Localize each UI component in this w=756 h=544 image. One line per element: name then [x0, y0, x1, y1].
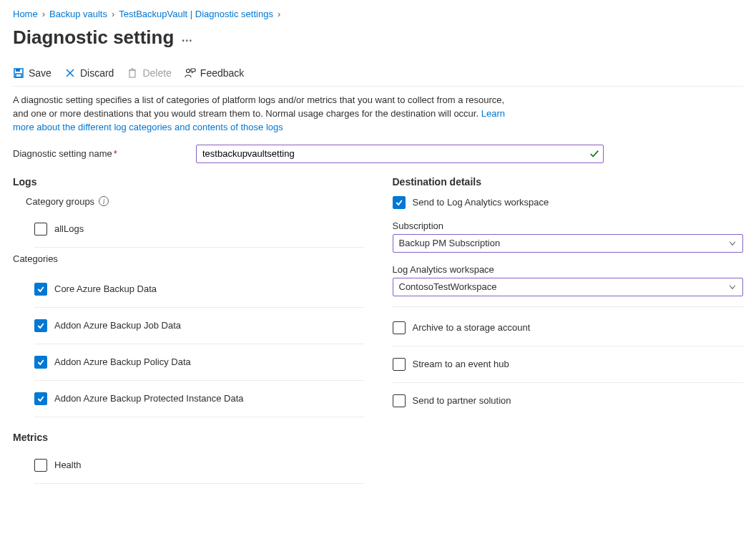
discard-button[interactable]: Discard — [64, 67, 114, 79]
feedback-button[interactable]: Feedback — [185, 67, 244, 79]
chevron-down-icon — [728, 239, 737, 248]
toolbar: Save Discard Delete Feedback — [13, 57, 743, 86]
categories-label: Categories — [13, 253, 364, 264]
page-title: Diagnostic setting … — [13, 26, 743, 49]
subscription-select[interactable]: Backup PM Subscription — [393, 234, 744, 253]
delete-label: Delete — [142, 67, 171, 79]
breadcrumb-item-backup-vaults[interactable]: Backup vaults — [49, 9, 107, 19]
setting-name-label: Diagnostic setting name* — [13, 148, 196, 159]
metric-row: Health — [34, 452, 364, 484]
delete-button: Delete — [127, 67, 171, 79]
svg-rect-2 — [16, 74, 21, 77]
event-hub-row: Stream to an event hub — [393, 346, 744, 383]
chevron-down-icon — [728, 283, 737, 291]
logs-heading: Logs — [13, 176, 364, 188]
category-checkbox-core[interactable] — [34, 283, 47, 296]
workspace-select[interactable]: ContosoTestWorkspace — [393, 278, 744, 296]
category-row: Addon Azure Backup Protected Instance Da… — [34, 381, 364, 417]
breadcrumb-item-home[interactable]: Home — [13, 9, 38, 19]
description-text: A diagnostic setting specifies a list of… — [13, 94, 514, 135]
checkmark-icon — [589, 149, 599, 159]
subscription-label: Subscription — [393, 220, 744, 231]
archive-storage-checkbox[interactable] — [393, 321, 406, 334]
trash-icon — [127, 67, 138, 79]
partner-solution-row: Send to partner solution — [393, 383, 744, 419]
breadcrumb: Home › Backup vaults › TestBackupVault |… — [13, 9, 743, 19]
event-hub-checkbox[interactable] — [393, 358, 406, 371]
chevron-right-icon: › — [278, 9, 280, 19]
divider — [13, 86, 743, 87]
page-title-text: Diagnostic setting — [13, 26, 174, 49]
partner-solution-label: Send to partner solution — [413, 395, 511, 406]
setting-name-input[interactable] — [196, 145, 604, 163]
category-label: Addon Azure Backup Job Data — [54, 320, 181, 331]
save-icon — [13, 67, 24, 79]
save-label: Save — [29, 67, 51, 79]
event-hub-label: Stream to an event hub — [413, 359, 509, 369]
info-icon[interactable]: i — [99, 196, 109, 206]
category-row: Addon Azure Backup Policy Data — [34, 344, 364, 381]
log-analytics-row: Send to Log Analytics workspace — [393, 196, 744, 220]
send-log-analytics-checkbox[interactable] — [393, 196, 406, 209]
category-checkbox-policy[interactable] — [34, 356, 47, 369]
person-feedback-icon — [185, 67, 196, 79]
close-icon — [64, 67, 76, 79]
setting-name-row: Diagnostic setting name* — [13, 145, 743, 163]
save-button[interactable]: Save — [13, 67, 51, 79]
svg-rect-5 — [129, 70, 135, 77]
subscription-value: Backup PM Subscription — [399, 238, 501, 248]
category-checkbox-protected-instance[interactable] — [34, 392, 47, 405]
all-logs-row: allLogs — [34, 215, 364, 248]
svg-rect-9 — [191, 69, 195, 72]
archive-storage-row: Archive to a storage account — [393, 310, 744, 346]
metric-health-checkbox[interactable] — [34, 459, 47, 472]
chevron-right-icon: › — [42, 9, 45, 19]
partner-solution-checkbox[interactable] — [393, 394, 406, 407]
discard-label: Discard — [80, 67, 114, 79]
category-label: Addon Azure Backup Protected Instance Da… — [54, 393, 244, 404]
required-indicator: * — [114, 148, 117, 159]
svg-rect-1 — [16, 69, 20, 72]
category-row: Addon Azure Backup Job Data — [34, 308, 364, 344]
workspace-label: Log Analytics workspace — [393, 264, 744, 275]
description-body: A diagnostic setting specifies a list of… — [13, 94, 504, 119]
destination-heading: Destination details — [393, 176, 744, 188]
category-groups-label: Category groups i — [26, 196, 364, 207]
more-icon[interactable]: … — [181, 31, 192, 44]
archive-storage-label: Archive to a storage account — [413, 322, 531, 333]
metrics-heading: Metrics — [13, 432, 364, 443]
category-label: Addon Azure Backup Policy Data — [54, 356, 191, 367]
all-logs-checkbox[interactable] — [34, 223, 47, 235]
metric-label: Health — [54, 460, 82, 470]
feedback-label: Feedback — [200, 67, 244, 79]
category-row: Core Azure Backup Data — [34, 271, 364, 308]
svg-point-8 — [186, 69, 190, 73]
all-logs-label: allLogs — [54, 223, 84, 234]
breadcrumb-item-diagnostic-settings[interactable]: TestBackupVault | Diagnostic settings — [119, 9, 273, 19]
category-label: Core Azure Backup Data — [54, 283, 157, 294]
category-checkbox-job[interactable] — [34, 319, 47, 332]
send-log-analytics-label: Send to Log Analytics workspace — [413, 197, 549, 208]
workspace-value: ContosoTestWorkspace — [399, 281, 497, 292]
chevron-right-icon: › — [112, 9, 114, 19]
